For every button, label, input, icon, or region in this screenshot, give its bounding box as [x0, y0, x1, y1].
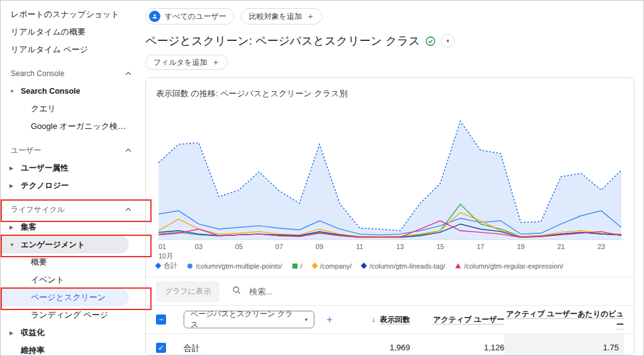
- sidebar-item-label: Search Console: [21, 87, 80, 96]
- data-quality-check-icon[interactable]: [425, 36, 436, 47]
- user-segment-icon: [149, 11, 160, 22]
- sidebar-item-label: ランディング ページ: [31, 309, 108, 321]
- sidebar-item-label: 集客: [21, 222, 36, 233]
- sidebar-item[interactable]: リアルタイムの概要: [1, 23, 138, 41]
- legend-item[interactable]: /: [292, 262, 303, 270]
- sidebar-item-label: Search Console: [11, 69, 64, 78]
- sidebar-item[interactable]: 維持率: [1, 342, 138, 356]
- chevron-up-icon[interactable]: [125, 208, 131, 211]
- table-search: [232, 286, 624, 298]
- x-axis-tick: 0110月: [158, 242, 173, 261]
- all-users-segment-pill[interactable]: すべてのユーザー: [145, 8, 235, 25]
- sidebar-item-label: エンゲージメント: [21, 240, 85, 250]
- sidebar-item[interactable]: 概要: [1, 253, 138, 271]
- page-title: ページとスクリーン: ページパスとスクリーン クラス: [145, 33, 420, 48]
- sidebar-item-label: 維持率: [21, 345, 45, 356]
- row-checkbox-cell: ✓: [156, 334, 184, 355]
- x-axis-tick: 19: [517, 242, 525, 252]
- add-column-button[interactable]: ＋: [325, 313, 335, 326]
- select-all-checkbox[interactable]: −: [156, 314, 166, 325]
- add-comparison-button[interactable]: 比較対象を追加 ＋: [241, 8, 323, 25]
- legend-item[interactable]: /column/gtm-multiple-points/: [187, 262, 282, 270]
- sidebar-item-label: ユーザー属性: [21, 163, 69, 174]
- sidebar-item-label: リアルタイムの概要: [11, 26, 86, 38]
- timeseries-chart: [156, 107, 624, 240]
- sidebar-section-header[interactable]: ユーザー: [1, 142, 138, 159]
- x-axis-tick: 05: [235, 242, 243, 252]
- chart-legend: 合計/column/gtm-multiple-points///company/…: [146, 261, 634, 277]
- legend-item[interactable]: /column/gtm-regular-expression/: [455, 262, 564, 270]
- header-checkbox-cell: −: [156, 314, 184, 325]
- legend-item[interactable]: 合計: [156, 261, 177, 270]
- sidebar-item[interactable]: ▼エンゲージメント: [1, 236, 129, 253]
- sidebar-item[interactable]: ▶集客: [1, 218, 138, 236]
- total-views-per-user-value: 1.75: [504, 343, 619, 352]
- sidebar-item-label: 収益化: [21, 328, 45, 338]
- sidebar-item-label: イベント: [31, 274, 64, 286]
- sidebar-item[interactable]: リアルタイム ページ: [1, 41, 138, 58]
- x-axis-tick: 03: [195, 242, 203, 252]
- x-axis-tick: 21: [557, 242, 565, 252]
- sidebar-item-label: リアルタイム ページ: [11, 44, 88, 55]
- search-input[interactable]: [248, 286, 522, 297]
- add-comparison-label: 比較対象を追加: [249, 11, 302, 22]
- sidebar-item-label: Google オーガニック検索レ...: [31, 121, 131, 132]
- column-header-active-users[interactable]: アクティブ ユーザー: [410, 314, 504, 325]
- check-icon: ✓: [158, 344, 164, 352]
- total-row-label: 合計: [184, 334, 335, 355]
- main-content: すべてのユーザー 比較対象を追加 ＋ ページとスクリーン: ページパスとスクリー…: [138, 1, 643, 355]
- expand-arrow-icon[interactable]: ▶: [9, 330, 21, 336]
- sidebar-item[interactable]: クエリ: [1, 100, 138, 118]
- column-header-views[interactable]: ↓ 表示回数: [335, 314, 410, 325]
- sidebar-item[interactable]: ▶収益化: [1, 324, 138, 342]
- dimension-header-cell: ページパスとスクリーン クラス ▾ ＋: [184, 311, 335, 328]
- collapse-arrow-icon[interactable]: ▼: [9, 89, 21, 94]
- x-axis-tick: 15: [436, 242, 444, 252]
- row-checkbox[interactable]: ✓: [156, 343, 166, 353]
- sidebar-item[interactable]: ランディング ページ: [1, 306, 138, 324]
- legend-item[interactable]: /column/gtm-lineads-tag/: [362, 262, 445, 270]
- dimension-selector-dropdown[interactable]: ページパスとスクリーン クラス ▾: [184, 311, 314, 328]
- legend-marker-diamond-icon: [361, 263, 367, 269]
- expand-arrow-icon[interactable]: ▶: [9, 225, 21, 230]
- sidebar-item-label: ライフサイクル: [11, 204, 65, 215]
- legend-label: 合計: [164, 261, 177, 270]
- legend-label: /column/gtm-regular-expression/: [464, 262, 564, 270]
- chart-svg: [156, 107, 624, 240]
- chart-x-axis: 0110月0305070911131517192123: [156, 242, 624, 261]
- sidebar-item[interactable]: Google オーガニック検索レ...: [1, 118, 138, 135]
- sidebar-item[interactable]: ▶テクノロジー: [1, 177, 138, 194]
- legend-item[interactable]: /company/: [313, 262, 352, 270]
- add-filter-button[interactable]: フィルタを追加 ＋: [145, 55, 228, 70]
- dimension-selector-label: ページパスとスクリーン クラス: [191, 309, 298, 330]
- x-axis-tick: 23: [597, 242, 605, 252]
- total-active-users-cell: 1,126 全体の 100%: [410, 334, 504, 355]
- report-options-button[interactable]: ▾: [441, 34, 455, 48]
- sidebar-item[interactable]: ▶ユーザー属性: [1, 159, 138, 177]
- chart-title: 表示回数 の推移: ページパスとスクリーン クラス別: [146, 78, 634, 99]
- expand-arrow-icon[interactable]: ▶: [9, 183, 21, 189]
- total-views-cell: 1,969 全体の 100%: [335, 334, 410, 355]
- legend-marker-triangle-icon: [455, 264, 461, 269]
- sidebar-item[interactable]: レポートのスナップショット: [1, 6, 138, 23]
- column-header-label: アクティブ ユーザー: [433, 315, 504, 324]
- expand-arrow-icon[interactable]: ▶: [9, 165, 21, 171]
- table-header-row: − ページパスとスクリーン クラス ▾ ＋ ↓ 表示回数 アクティブ ユーザー …: [146, 305, 634, 334]
- sidebar-section-header[interactable]: ライフサイクル: [1, 201, 138, 218]
- legend-label: /company/: [320, 262, 352, 270]
- sidebar-item[interactable]: ページとスクリーン: [1, 289, 129, 306]
- x-axis-tick: 09: [316, 242, 323, 252]
- plus-icon: ＋: [211, 57, 219, 68]
- legend-marker-circle-icon: [187, 264, 192, 269]
- sort-descending-icon: ↓: [372, 315, 375, 324]
- show-on-chart-button[interactable]: グラフに表示: [156, 281, 219, 302]
- chevron-up-icon[interactable]: [125, 148, 131, 152]
- filter-bar: フィルタを追加 ＋: [145, 55, 635, 70]
- sidebar-item[interactable]: イベント: [1, 271, 138, 289]
- column-header-views-per-user[interactable]: アクティブ ユーザーあたりのビュー: [504, 309, 624, 330]
- sidebar-item[interactable]: ▼Search Console: [1, 82, 138, 100]
- column-header-label: 表示回数: [380, 315, 410, 324]
- sidebar-section-header[interactable]: Search Console: [1, 65, 138, 82]
- chevron-up-icon[interactable]: [125, 72, 131, 75]
- collapse-arrow-icon[interactable]: ▼: [9, 242, 21, 248]
